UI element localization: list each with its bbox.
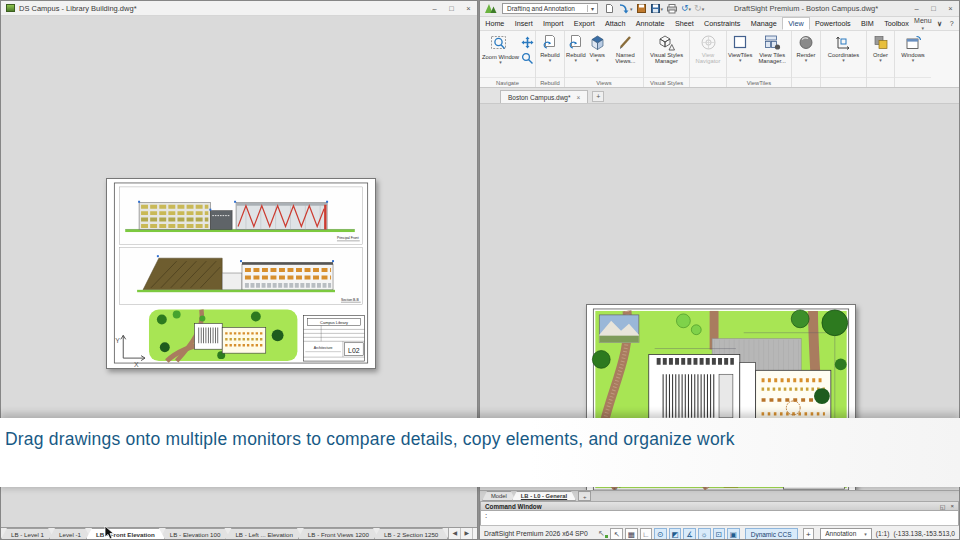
ucs-icon (121, 335, 145, 360)
add-sheet-button[interactable]: + (473, 528, 478, 539)
named-views-button[interactable]: Named Views... (608, 34, 643, 65)
ucs-y-label: Y (115, 337, 120, 344)
undo-button[interactable]: ↺ ▾ (681, 4, 691, 13)
sheet-tab-model[interactable]: Model (482, 491, 516, 501)
group-label-visual-styles: Visual Styles (644, 77, 689, 87)
ribbon: Zoom Window ▾ Navigate (480, 31, 959, 88)
chevron-down-icon: ▾ (587, 5, 597, 12)
selection-cursor-toggle[interactable]: ↖ (610, 528, 623, 540)
dynamic-ccs-button[interactable]: Dynamic CCS (745, 528, 798, 540)
sheet-tab-lb-left-elevation[interactable]: LB - Left ... Elevation (225, 528, 302, 539)
close-panel-icon[interactable]: × (950, 503, 954, 510)
zoom-dynamic-icon[interactable] (521, 52, 534, 65)
tab-scroll-right-icon[interactable]: ▶ (461, 528, 473, 539)
snap-settings-toggle[interactable]: ☼ (698, 528, 711, 540)
tab-insert[interactable]: Insert (510, 17, 538, 30)
coordinates-readout: (-133.138,-153.513,0 (893, 530, 955, 537)
save-button[interactable]: ▾ (650, 3, 664, 14)
grid-toggle[interactable]: ▦ (625, 528, 638, 540)
collapse-ribbon-icon[interactable]: ∨ (936, 20, 944, 28)
tab-export[interactable]: Export (569, 17, 600, 30)
coordinates-icon (834, 34, 852, 51)
views-button[interactable]: Views ▾ (587, 34, 608, 64)
group-navigate: Zoom Window ▾ Navigate (480, 31, 536, 87)
workspace-dropdown[interactable]: Drafting and Annotation ▾ (502, 3, 598, 14)
menubar-right-controls: Menu ▾ ∨ ? – ◱ × (914, 17, 960, 30)
minimize-button[interactable]: – (908, 2, 925, 15)
tab-sheet[interactable]: Sheet (670, 17, 699, 30)
command-window-header[interactable]: Command Window ◱ × (480, 501, 959, 511)
order-icon (872, 34, 890, 51)
add-scale-button[interactable]: + (803, 528, 815, 540)
right-titlebar[interactable]: Drafting and Annotation ▾ ▾ ▾ ↺ (480, 1, 959, 17)
selection-filter-icon[interactable]: ↖ (598, 529, 609, 538)
sheet-tab-lb-l0-general[interactable]: LB - L0 - General (512, 491, 576, 501)
tab-view[interactable]: View (782, 17, 810, 30)
rebuild-button[interactable]: Rebuild ▾ (539, 34, 561, 64)
ortho-toggle[interactable]: ∟ (640, 528, 653, 540)
annotation-scale-dropdown[interactable]: Annotation ▾ (820, 528, 872, 540)
tab-annotate[interactable]: Annotate (631, 17, 670, 30)
sheet-tab-lb-front-views-1200[interactable]: LB - Front Views 1200 (298, 528, 379, 539)
close-tab-icon[interactable]: × (577, 94, 581, 101)
tab-constraints[interactable]: Constraints (699, 17, 746, 30)
tab-home[interactable]: Home (480, 17, 510, 30)
layers-toggle[interactable]: ▣ (727, 528, 740, 540)
tab-bim[interactable]: BIM (856, 17, 879, 30)
viewtiles-icon (731, 34, 749, 51)
open-file-button[interactable]: ▾ (618, 3, 633, 14)
sheet-tab-lb-2-section-1250[interactable]: LB - 2 Section 1250 (374, 528, 448, 539)
rebuild-views-button[interactable]: Rebuild ▾ (565, 34, 587, 64)
library-building-sheet[interactable]: Principal Front Secti (106, 178, 376, 369)
caption-text: Drag drawings onto multiple monitors to … (5, 429, 735, 450)
maximize-button[interactable]: □ (925, 2, 942, 15)
print-button[interactable] (666, 3, 678, 14)
new-file-button[interactable] (604, 3, 615, 14)
etrack-toggle[interactable]: ∡ (683, 528, 696, 540)
sheet-tab-lb-level-1[interactable]: LB - Level 1 (1, 528, 54, 539)
tab-toolbox[interactable]: Toolbox (879, 17, 914, 30)
close-button[interactable]: × (942, 2, 959, 15)
menu-dropdown[interactable]: Menu ▾ (914, 17, 932, 31)
close-button[interactable]: × (460, 2, 477, 15)
order-button[interactable]: Order ▾ (871, 34, 891, 64)
group-rebuild: Rebuild ▾ Rebuild (536, 31, 565, 87)
pencil-icon (617, 34, 634, 51)
tab-powertools[interactable]: Powertools (810, 17, 856, 30)
titleblock-sheetno: L02 (348, 347, 360, 354)
dynamic-input-toggle[interactable]: ⊡ (713, 528, 726, 540)
save-all-button[interactable] (636, 3, 647, 14)
viewtiles-manager-button[interactable]: View Tiles Manager... (753, 34, 791, 65)
left-titlebar[interactable]: DS Campus - Library Building.dwg* – □ × (1, 1, 477, 16)
zoom-window-button[interactable]: Zoom Window ▾ (481, 34, 520, 66)
pan-icon[interactable] (521, 36, 534, 49)
viewtiles-button[interactable]: ViewTiles ▾ (727, 34, 753, 64)
float-panel-icon[interactable]: ◱ (940, 503, 946, 510)
left-sheet-tabbar: LB - Level 1 Level -1 LB - Front Elevati… (1, 527, 477, 539)
tab-scroll-left-icon[interactable]: ◀ (449, 528, 461, 539)
add-sheet-button[interactable]: + (578, 491, 591, 501)
visual-styles-manager-button[interactable]: Visual Styles Manager (644, 34, 689, 65)
tab-import[interactable]: Import (538, 17, 569, 30)
sheet-tab-level-minus1[interactable]: Level -1 (49, 528, 91, 539)
view-navigator-button: View Navigator (690, 34, 726, 65)
draftsight-logo (484, 2, 498, 15)
left-window-title: DS Campus - Library Building.dwg* (19, 4, 137, 13)
redo-button[interactable]: ↻ ▾ (694, 4, 704, 13)
help-icon[interactable]: ? (948, 20, 956, 27)
new-document-tab-button[interactable]: + (592, 91, 604, 102)
sheet-tab-lb-elevation-100[interactable]: LB - Elevation 100 (160, 528, 231, 539)
minimize-button[interactable]: – (426, 2, 443, 15)
maximize-button[interactable]: □ (443, 2, 460, 15)
coordinates-button[interactable]: Coordinates ▾ (827, 34, 860, 64)
render-button[interactable]: Render ▾ (795, 34, 816, 64)
command-input[interactable]: : (480, 511, 959, 525)
group-label-viewtiles: ViewTiles (727, 77, 791, 87)
document-tab-boston-campus[interactable]: Boston Campus.dwg* × (500, 90, 588, 103)
polar-toggle[interactable]: ⊙ (654, 528, 667, 540)
tab-attach[interactable]: Attach (600, 17, 631, 30)
tab-manage[interactable]: Manage (746, 17, 782, 30)
windows-button[interactable]: Windows ▾ (900, 34, 926, 64)
sheet-tab-lb-front-elevation[interactable]: LB - Front Elevation (86, 528, 165, 539)
esnap-toggle[interactable]: ◩ (669, 528, 682, 540)
